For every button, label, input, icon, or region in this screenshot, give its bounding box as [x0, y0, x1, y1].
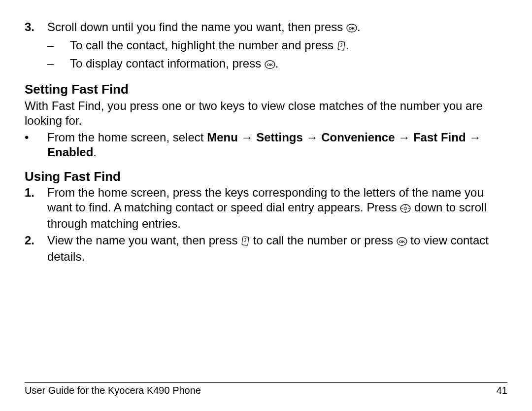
ok-icon — [265, 58, 275, 72]
manual-page: 3. Scroll down until you find the name y… — [0, 0, 532, 411]
page-number: 41 — [497, 385, 507, 396]
call-icon — [241, 235, 250, 249]
setting-bullet: • From the home screen, select Menu → Se… — [25, 130, 507, 160]
setting-intro: With Fast Find, you press one or two key… — [25, 99, 507, 128]
bullet-mark: • — [25, 130, 47, 160]
step3-text-a: Scroll down until you find the name you … — [47, 20, 346, 34]
sub2-text-b: . — [275, 57, 279, 70]
arrow-icon: → — [238, 131, 256, 144]
menu-path: From the home screen, select Menu → Sett… — [47, 130, 507, 160]
dash: – — [47, 38, 70, 54]
step-number: 2. — [25, 233, 47, 264]
heading-using-fast-find: Using Fast Find — [25, 169, 507, 185]
period: . — [93, 145, 97, 159]
path-convenience: Convenience — [321, 131, 395, 144]
sub1-text-b: . — [346, 38, 349, 52]
path-fastfind: Fast Find — [413, 131, 466, 144]
ok-icon — [397, 235, 407, 249]
step-body: Scroll down until you find the name you … — [47, 20, 507, 36]
sub2-text-a: To display contact information, press — [70, 57, 265, 70]
sub1-text-a: To call the contact, highlight the numbe… — [70, 38, 337, 52]
step-number: 1. — [25, 185, 47, 231]
footer-title: User Guide for the Kyocera K490 Phone — [25, 385, 201, 396]
call-icon — [337, 39, 346, 54]
step3-sub2: – To display contact information, press … — [47, 56, 507, 72]
s2-text-b: to call the number or press — [250, 234, 396, 247]
step-number: 3. — [25, 20, 47, 36]
step3-text-b: . — [357, 20, 361, 34]
using-step-2: 2. View the name you want, then press to… — [25, 233, 507, 264]
arrow-icon: → — [303, 131, 321, 144]
dash: – — [47, 56, 70, 72]
nav-icon — [400, 202, 411, 216]
path-menu: Menu — [207, 131, 238, 144]
step-body: View the name you want, then press to ca… — [47, 233, 507, 264]
bullet-lead: From the home screen, select — [47, 131, 207, 144]
step-body: From the home screen, press the keys cor… — [47, 185, 507, 231]
ok-icon — [346, 21, 357, 36]
path-settings: Settings — [256, 131, 303, 144]
step3-sub1: – To call the contact, highlight the num… — [47, 38, 507, 54]
arrow-icon: → — [395, 131, 413, 144]
heading-setting-fast-find: Setting Fast Find — [25, 81, 507, 98]
arrow-icon: → — [466, 131, 481, 144]
s2-text-a: View the name you want, then press — [47, 234, 241, 247]
using-step-1: 1. From the home screen, press the keys … — [25, 185, 507, 231]
page-footer: User Guide for the Kyocera K490 Phone 41 — [25, 382, 507, 396]
step-3: 3. Scroll down until you find the name y… — [25, 20, 507, 36]
page-content: 3. Scroll down until you find the name y… — [25, 20, 507, 264]
path-enabled: Enabled — [47, 145, 93, 159]
